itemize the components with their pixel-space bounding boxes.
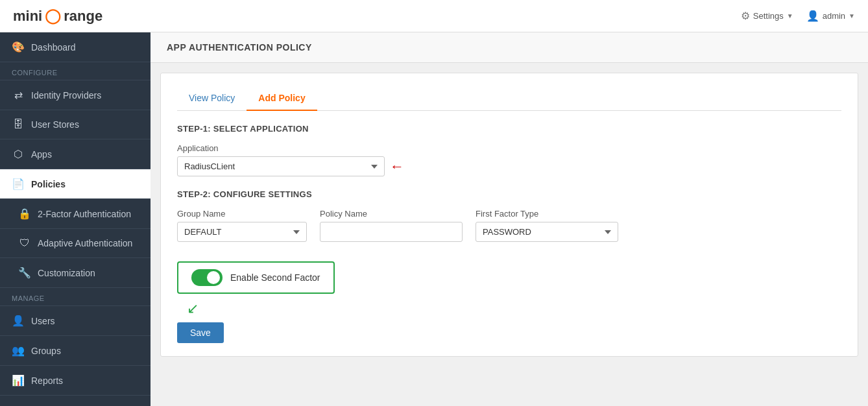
sidebar-item-groups[interactable]: 👥 Groups (0, 336, 151, 366)
settings-menu[interactable]: ⚙ Settings ▼ (741, 10, 793, 22)
application-select[interactable]: RadiusCLient (177, 156, 385, 176)
shield-icon: 🛡 (18, 237, 31, 249)
main-layout: 🎨 Dashboard Configure ⇄ Identity Provide… (0, 32, 868, 406)
second-factor-toggle[interactable] (191, 269, 223, 286)
logo-mini: mini (13, 8, 42, 25)
save-button-container: Save (177, 322, 841, 343)
sidebar-groups-label: Groups (31, 346, 61, 356)
top-header: mini ◯ range ⚙ Settings ▼ 👤 admin ▼ (0, 0, 868, 32)
policy-name-input[interactable]: RadiusPolicy (320, 222, 463, 242)
gear-icon: ⚙ (741, 10, 750, 22)
groups-icon: 👥 (12, 344, 25, 357)
logo: mini ◯ range (13, 8, 102, 25)
step1-title: STEP-1: SELECT APPLICATION (177, 124, 841, 134)
manage-section: Manage (0, 288, 151, 306)
policies-icon: 📄 (12, 178, 25, 190)
apps-icon: ⬡ (12, 148, 25, 160)
policy-tabs: View Policy Add Policy (177, 86, 841, 111)
first-factor-group: First Factor Type PASSWORD (476, 209, 618, 242)
sidebar-item-customization[interactable]: 🔧 Customization (0, 258, 151, 288)
enable-second-factor-container: Enable Second Factor (177, 261, 841, 304)
dashboard-icon: 🎨 (12, 41, 25, 53)
content-header: APP AUTHENTICATION POLICY (151, 32, 868, 63)
sidebar-item-adaptive-auth[interactable]: 🛡 Adaptive Authentication (0, 229, 151, 258)
admin-menu[interactable]: 👤 admin ▼ (806, 10, 855, 22)
sidebar-item-reports[interactable]: 📊 Reports (0, 366, 151, 396)
users-icon: 👤 (12, 315, 25, 327)
sidebar-dashboard-label: Dashboard (31, 42, 76, 53)
policy-name-group: Policy Name RadiusPolicy (320, 209, 463, 242)
header-right: ⚙ Settings ▼ 👤 admin ▼ (741, 10, 855, 22)
policy-name-label: Policy Name (320, 209, 463, 219)
first-factor-label: First Factor Type (476, 209, 618, 219)
enable-second-factor-label: Enable Second Factor (230, 272, 320, 283)
step2-title: STEP-2: CONFIGURE SETTINGS (177, 189, 841, 199)
user-icon: 👤 (806, 10, 819, 22)
group-name-label: Group Name (177, 209, 307, 219)
group-name-group: Group Name DEFAULT (177, 209, 307, 242)
logo-icon: ◯ (45, 8, 61, 25)
toggle-thumb (207, 271, 220, 284)
sidebar-item-identity-providers[interactable]: ⇄ Identity Providers (0, 80, 151, 110)
sidebar-item-users[interactable]: 👤 Users (0, 306, 151, 336)
sidebar-identity-label: Identity Providers (31, 90, 101, 101)
sidebar-users-label: Users (31, 316, 55, 326)
save-button[interactable]: Save (177, 322, 224, 343)
wrench-icon: 🔧 (18, 267, 31, 279)
admin-caret-icon: ▼ (849, 12, 855, 19)
green-arrow-icon: ↙ (187, 300, 841, 317)
step2-fields-row: Group Name DEFAULT Policy Name RadiusPol… (177, 209, 841, 252)
application-group: Application RadiusCLient ← (177, 143, 841, 176)
enable-second-factor-wrapper: Enable Second Factor (177, 261, 335, 294)
sidebar-item-policies[interactable]: 📄 Policies (0, 169, 151, 199)
group-name-select[interactable]: DEFAULT (177, 222, 307, 242)
sidebar-adaptive-label: Adaptive Authentication (38, 238, 132, 248)
content-area: APP AUTHENTICATION POLICY View Policy Ad… (151, 32, 868, 406)
sidebar-policies-label: Policies (31, 179, 66, 189)
logo-range: range (64, 8, 102, 25)
sidebar-reports-label: Reports (31, 376, 63, 386)
lock-icon: 🔒 (18, 208, 31, 220)
tab-add-policy[interactable]: Add Policy (247, 86, 317, 111)
user-stores-icon: 🗄 (12, 119, 25, 130)
red-arrow-icon: ← (390, 160, 404, 174)
sidebar-apps-label: Apps (31, 149, 52, 160)
sidebar-item-apps[interactable]: ⬡ Apps (0, 139, 151, 169)
sidebar-item-2fa[interactable]: 🔒 2-Factor Authentication (0, 199, 151, 229)
content-body: View Policy Add Policy STEP-1: SELECT AP… (160, 73, 858, 357)
sidebar: 🎨 Dashboard Configure ⇄ Identity Provide… (0, 32, 151, 406)
application-label: Application (177, 143, 841, 153)
reports-icon: 📊 (12, 374, 25, 387)
sidebar-userstores-label: User Stores (31, 119, 79, 130)
sidebar-2fa-label: 2-Factor Authentication (38, 209, 131, 219)
settings-label: Settings (753, 11, 784, 21)
page-title: APP AUTHENTICATION POLICY (167, 42, 852, 53)
tab-view-policy[interactable]: View Policy (177, 86, 247, 111)
app-select-row: RadiusCLient ← (177, 156, 841, 176)
sidebar-item-dashboard[interactable]: 🎨 Dashboard (0, 32, 151, 62)
configure-section: Configure (0, 62, 151, 80)
settings-caret-icon: ▼ (787, 12, 793, 19)
first-factor-select[interactable]: PASSWORD (476, 222, 618, 242)
sidebar-item-user-stores[interactable]: 🗄 User Stores (0, 110, 151, 139)
toggle-track (191, 269, 223, 286)
sidebar-customization-label: Customization (38, 268, 95, 278)
admin-label: admin (823, 11, 845, 21)
identity-providers-icon: ⇄ (12, 89, 25, 101)
